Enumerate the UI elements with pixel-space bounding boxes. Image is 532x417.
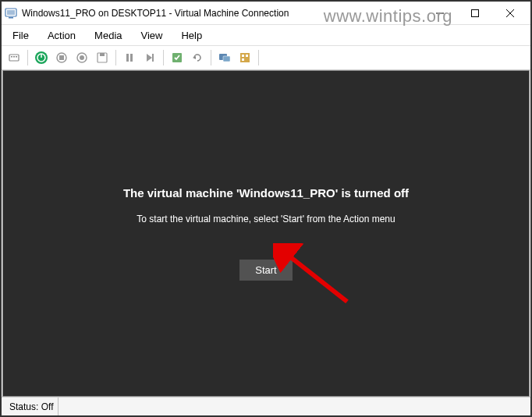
maximize-button[interactable]	[457, 2, 492, 24]
share-button[interactable]	[236, 48, 254, 67]
vm-connection-window: Windows11_PRO on DESKTOP11 - Virtual Mac…	[2, 2, 530, 415]
svg-rect-1	[7, 10, 15, 15]
svg-rect-4	[471, 9, 478, 16]
svg-rect-19	[100, 53, 105, 56]
reset-button[interactable]	[140, 48, 159, 67]
svg-rect-27	[223, 56, 230, 62]
menu-media[interactable]: Media	[87, 27, 129, 44]
svg-rect-10	[16, 56, 17, 58]
vm-status-subtitle: To start the virtual machine, select 'St…	[137, 214, 395, 224]
svg-point-17	[80, 55, 84, 60]
svg-rect-29	[242, 55, 244, 57]
ctrl-alt-del-button[interactable]	[5, 48, 23, 67]
toolbar-separator	[27, 50, 28, 65]
revert-button[interactable]	[188, 48, 207, 67]
checkpoint-button[interactable]	[168, 48, 186, 67]
svg-rect-2	[9, 17, 13, 19]
titlebar: Windows11_PRO on DESKTOP11 - Virtual Mac…	[2, 2, 530, 25]
status-text: Status: Off	[5, 398, 59, 415]
save-button[interactable]	[93, 48, 112, 67]
menubar: File Action Media View Help	[2, 25, 530, 45]
minimize-button[interactable]	[422, 2, 457, 24]
toolbar-separator	[211, 50, 211, 65]
svg-rect-23	[152, 54, 154, 62]
window-controls	[422, 2, 527, 24]
statusbar: Status: Off	[2, 397, 530, 415]
window-title: Windows11_PRO on DESKTOP11 - Virtual Mac…	[22, 8, 422, 19]
start-button[interactable]	[32, 48, 51, 67]
vm-display-area: The virtual machine 'Windows11_PRO' is t…	[2, 70, 530, 397]
turnoff-button[interactable]	[52, 48, 71, 67]
toolbar-separator	[163, 50, 164, 65]
svg-marker-22	[147, 54, 152, 62]
svg-rect-20	[126, 54, 129, 62]
svg-rect-15	[59, 55, 64, 60]
pause-button[interactable]	[120, 48, 139, 67]
shutdown-button[interactable]	[73, 48, 91, 67]
toolbar	[2, 45, 530, 70]
svg-rect-21	[130, 54, 133, 62]
menu-file[interactable]: File	[5, 27, 37, 44]
svg-rect-8	[11, 56, 12, 58]
menu-action[interactable]: Action	[40, 27, 83, 44]
toolbar-separator	[258, 50, 259, 65]
svg-rect-7	[9, 55, 19, 61]
close-button[interactable]	[492, 2, 527, 24]
svg-rect-28	[240, 53, 250, 62]
svg-rect-31	[242, 58, 244, 61]
vm-start-button[interactable]: Start	[239, 260, 292, 281]
vm-status-title: The virtual machine 'Windows11_PRO' is t…	[123, 186, 409, 200]
enhanced-session-button[interactable]	[215, 48, 234, 67]
menu-help[interactable]: Help	[173, 27, 210, 44]
svg-rect-9	[13, 56, 15, 58]
toolbar-separator	[115, 50, 116, 65]
app-icon	[5, 7, 17, 19]
svg-rect-30	[246, 55, 248, 57]
menu-view[interactable]: View	[133, 27, 171, 44]
